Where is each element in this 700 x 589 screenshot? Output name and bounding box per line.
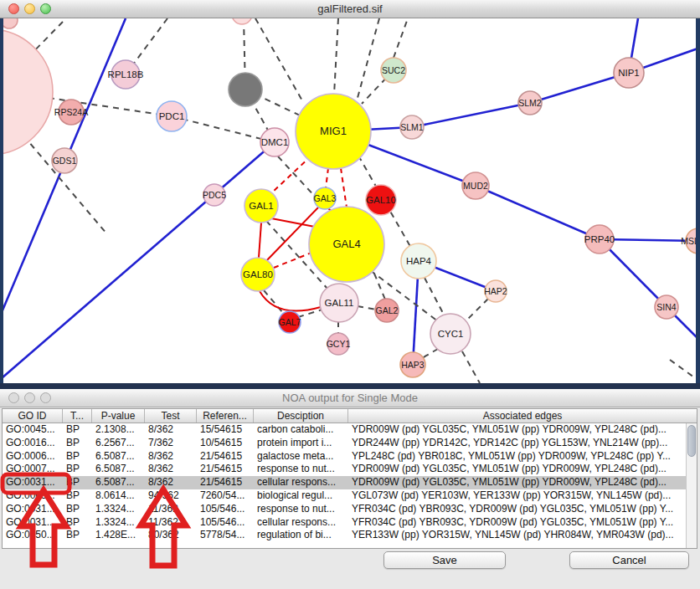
cell-description[interactable]: cellular respons...	[254, 476, 348, 489]
graph-edge[interactable]	[462, 351, 480, 383]
graph-edge[interactable]	[422, 349, 438, 358]
cell-associated-edges[interactable]: YFR034C (pd) YBR093C, YDR009W (pd) YGL03…	[348, 516, 686, 530]
column-header-reference[interactable]: Referen...	[197, 409, 254, 423]
cell-description[interactable]: carbon cataboli...	[254, 423, 348, 437]
column-header-description[interactable]: Desciption	[254, 409, 348, 423]
cell-test[interactable]: 11/362	[145, 516, 197, 530]
graph-edge[interactable]	[466, 299, 488, 321]
cell-go-id[interactable]: GO:0031...	[3, 503, 63, 516]
cell-associated-edges[interactable]: YDR009W (pd) YGL035C, YML051W (pp) YDR00…	[348, 463, 686, 476]
cell-associated-edges[interactable]: YDR009W (pd) YGL035C, YML051W (pp) YDR00…	[348, 476, 686, 489]
cell-test[interactable]: 7/362	[145, 437, 197, 450]
cell-associated-edges[interactable]: YPL248C (pd) YBR018C, YML051W (pp) YDR00…	[348, 450, 686, 464]
cell-type[interactable]: BP	[63, 463, 92, 476]
graph-edge[interactable]	[259, 223, 261, 258]
cell-p-value[interactable]: 6.5087...	[92, 476, 145, 489]
cell-type[interactable]: BP	[63, 503, 92, 516]
cell-associated-edges[interactable]: YER133W (pp) YOR315W, YNL145W (pd) YHR08…	[348, 529, 686, 542]
cell-reference[interactable]: 21/54615	[197, 450, 254, 464]
graph-edge[interactable]	[2, 142, 275, 378]
column-header-test[interactable]: Test	[145, 409, 197, 423]
cell-associated-edges[interactable]: YGL073W (pd) YER103W, YER133W (pp) YOR31…	[348, 489, 686, 503]
graph-edge[interactable]	[172, 116, 275, 142]
cell-type[interactable]: BP	[63, 516, 92, 530]
cell-description[interactable]: cellular respons...	[254, 516, 348, 530]
node-big-left[interactable]	[0, 29, 53, 155]
node-gray-node[interactable]	[229, 73, 262, 106]
table-row[interactable]: GO:0045...BP2.1308...8/36215/54615carbon…	[3, 423, 686, 437]
graph-titlebar[interactable]: galFiltered.sif	[0, 0, 700, 18]
column-header-p-value[interactable]: P-value	[92, 409, 145, 423]
column-header-associated-edges[interactable]: Associated edges	[348, 409, 697, 423]
cell-go-id[interactable]: GO:0006...	[3, 450, 63, 464]
cell-reference[interactable]: 105/546...	[197, 516, 254, 530]
scrollbar-thumb[interactable]	[687, 425, 696, 457]
cell-test[interactable]: 8/362	[145, 423, 197, 437]
table-row[interactable]: GO:0006...BP6.5087...8/36221/54615galact…	[3, 450, 686, 464]
cell-description[interactable]: response to nut...	[254, 463, 348, 476]
cell-description[interactable]: galactose meta...	[254, 450, 348, 464]
cell-type[interactable]: BP	[63, 450, 92, 464]
cell-p-value[interactable]: 6.5087...	[92, 463, 145, 476]
noa-titlebar[interactable]: NOA output for Single Mode	[0, 389, 700, 407]
table-row[interactable]: GO:0031...BP1.3324...11/362105/546...res…	[3, 503, 686, 516]
graph-edge[interactable]	[358, 18, 379, 98]
cell-reference[interactable]: 21/54615	[197, 463, 254, 476]
graph-edge[interactable]	[326, 168, 328, 188]
cell-type[interactable]: BP	[63, 437, 92, 450]
graph-edge[interactable]	[358, 306, 376, 310]
graph-edge[interactable]	[425, 278, 445, 316]
cell-reference[interactable]: 21/54615	[197, 476, 254, 489]
cell-test[interactable]: 8/362	[145, 463, 197, 476]
save-button[interactable]: Save	[383, 551, 506, 569]
cell-go-id[interactable]: GO:0045...	[3, 423, 63, 437]
graph-edge[interactable]	[334, 18, 338, 95]
table-row[interactable]: GO:0016...BP6.2567...7/36210/54615protei…	[3, 437, 686, 450]
cell-reference[interactable]: 5778/54...	[197, 529, 254, 542]
cell-p-value[interactable]: 1.428E...	[92, 529, 145, 542]
cell-test[interactable]: 94/362	[145, 489, 197, 503]
cell-go-id[interactable]: GO:0007...	[3, 463, 63, 476]
graph-edge[interactable]	[412, 103, 530, 127]
cell-p-value[interactable]: 6.2567...	[92, 437, 145, 450]
cell-type[interactable]: BP	[63, 489, 92, 503]
cell-p-value[interactable]: 8.0614...	[92, 489, 145, 503]
graph-edge[interactable]	[271, 218, 319, 228]
cell-type[interactable]: BP	[63, 529, 92, 542]
vertical-scrollbar[interactable]	[686, 423, 697, 548]
cell-reference[interactable]: 105/546...	[197, 503, 254, 516]
table-row[interactable]: GO:0007...BP6.5087...8/36221/54615respon…	[3, 463, 686, 476]
cell-p-value[interactable]: 1.3324...	[92, 503, 145, 516]
cell-test[interactable]: 11/362	[145, 503, 197, 516]
column-header-type[interactable]: T...	[63, 409, 92, 423]
cell-go-id[interactable]: GO:0031...	[3, 516, 63, 530]
cell-description[interactable]: protein import i...	[254, 437, 348, 450]
cell-p-value[interactable]: 1.3324...	[92, 516, 145, 530]
cell-test[interactable]: 80/362	[145, 529, 197, 542]
graph-edge[interactable]	[476, 186, 600, 239]
cancel-button[interactable]: Cancel	[569, 551, 689, 569]
cell-associated-edges[interactable]: YDR244W (pp) YDR142C, YDR142C (pp) YGL15…	[348, 437, 686, 450]
cell-go-id[interactable]: GO:0031...	[3, 476, 63, 489]
cell-go-id[interactable]: GO:0050...	[3, 529, 63, 542]
cell-test[interactable]: 8/362	[145, 450, 197, 464]
column-header-go-id[interactable]: GO ID	[3, 409, 63, 423]
graph-edge[interactable]	[394, 18, 408, 58]
table-row[interactable]: GO:0031...BP1.3324...11/362105/546...cel…	[3, 516, 686, 530]
cell-reference[interactable]: 7260/54...	[197, 489, 254, 503]
graph-edge[interactable]	[341, 168, 347, 207]
graph-edge[interactable]	[264, 290, 283, 313]
cell-go-id[interactable]: GO:0065...	[3, 489, 63, 503]
graph-edge[interactable]	[260, 291, 321, 311]
cell-type[interactable]: BP	[63, 476, 92, 489]
cell-reference[interactable]: 10/54615	[197, 437, 254, 450]
cell-p-value[interactable]: 2.1308...	[92, 423, 145, 437]
cell-description[interactable]: response to nut...	[254, 503, 348, 516]
graph-edge[interactable]	[272, 156, 311, 192]
table-row-selected[interactable]: GO:0031...BP6.5087...8/36221/54615cellul…	[3, 476, 686, 489]
table-row[interactable]: GO:0050...BP1.428E...80/3625778/54...reg…	[3, 529, 686, 542]
cell-go-id[interactable]: GO:0016...	[3, 437, 63, 450]
cell-description[interactable]: regulation of bi...	[254, 529, 348, 542]
cell-type[interactable]: BP	[63, 423, 92, 437]
table-row[interactable]: GO:0065...BP8.0614...94/3627260/54...bio…	[3, 489, 686, 503]
